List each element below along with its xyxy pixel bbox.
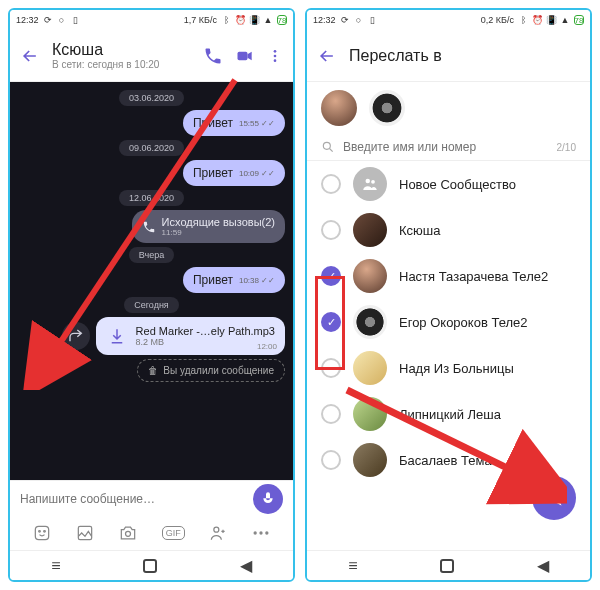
svg-rect-0 bbox=[238, 51, 248, 59]
svg-point-10 bbox=[254, 531, 257, 534]
date-chip: 09.06.2020 bbox=[119, 140, 184, 156]
date-chip: Вчера bbox=[129, 247, 174, 263]
chat-title[interactable]: Ксюша bbox=[52, 41, 191, 59]
battery-icon: 78 bbox=[574, 15, 584, 25]
message-bubble[interactable]: Привет15:55 ✓✓ bbox=[183, 110, 285, 136]
data-rate: 1,7 КБ/с bbox=[184, 15, 217, 25]
file-size: 8.2 MB bbox=[136, 337, 275, 347]
chip-avatar[interactable] bbox=[321, 90, 357, 126]
svg-point-15 bbox=[366, 179, 371, 184]
file-name: Red Marker -…ely Path.mp3 bbox=[136, 325, 275, 337]
radio-checked[interactable]: ✓ bbox=[321, 312, 341, 332]
list-item[interactable]: ✓ Егор Окороков Теле2 bbox=[307, 299, 590, 345]
svg-point-6 bbox=[43, 531, 45, 533]
row-label: Басалаев Тема bbox=[399, 453, 492, 468]
list-item[interactable]: Надя Из Больницы bbox=[307, 345, 590, 391]
svg-point-11 bbox=[260, 531, 263, 534]
forward-title: Переслать в bbox=[349, 47, 580, 65]
sim-icon: ▯ bbox=[368, 15, 378, 25]
send-button[interactable] bbox=[532, 476, 576, 520]
nav-home-icon[interactable] bbox=[143, 559, 157, 573]
chat-body[interactable]: 03.06.2020 Привет15:55 ✓✓ 09.06.2020 При… bbox=[10, 82, 293, 480]
chat-subtitle: В сети: сегодня в 10:20 bbox=[52, 59, 191, 70]
radio-unchecked[interactable] bbox=[321, 220, 341, 240]
forward-header: Переслать в bbox=[307, 30, 590, 82]
list-item[interactable]: ✓ Настя Тазарачева Теле2 bbox=[307, 253, 590, 299]
video-icon[interactable] bbox=[235, 46, 255, 66]
avatar bbox=[353, 213, 387, 247]
share-button[interactable] bbox=[62, 322, 90, 350]
alarm-icon: ⏰ bbox=[532, 15, 542, 25]
status-bar: 12:32 ⟳ ○ ▯ 0,2 КБ/с ᛒ ⏰ 📳 ▲ 78 bbox=[307, 10, 590, 30]
svg-point-14 bbox=[323, 142, 330, 149]
list-item[interactable]: Новое Сообщество bbox=[307, 161, 590, 207]
call-bubble[interactable]: Исходящие вызовы(2) 11:59 bbox=[132, 210, 285, 243]
mic-button[interactable] bbox=[253, 484, 283, 514]
list-item[interactable]: Липницкий Леша bbox=[307, 391, 590, 437]
attachments-toolbar: GIF bbox=[10, 516, 293, 550]
vibrate-icon: 📳 bbox=[249, 15, 259, 25]
more-icon[interactable] bbox=[267, 48, 283, 64]
sticker-icon[interactable] bbox=[32, 523, 52, 543]
camera-icon[interactable] bbox=[118, 523, 138, 543]
row-label: Липницкий Леша bbox=[399, 407, 501, 422]
avatar bbox=[353, 397, 387, 431]
date-chip: 12.06.2020 bbox=[119, 190, 184, 206]
data-rate: 0,2 КБ/с bbox=[481, 15, 514, 25]
nav-menu-icon[interactable]: ≡ bbox=[348, 557, 357, 575]
status-bar: 12:32 ⟳ ○ ▯ 1,7 КБ/с ᛒ ⏰ 📳 ▲ 78 bbox=[10, 10, 293, 30]
battery-icon: 78 bbox=[277, 15, 287, 25]
phone-chat: 12:32 ⟳ ○ ▯ 1,7 КБ/с ᛒ ⏰ 📳 ▲ 78 Ксюша В … bbox=[8, 8, 295, 582]
svg-rect-4 bbox=[35, 526, 48, 539]
sim-icon: ▯ bbox=[71, 15, 81, 25]
row-label: Ксюша bbox=[399, 223, 440, 238]
selection-counter: 2/10 bbox=[557, 142, 576, 153]
file-bubble[interactable]: Red Marker -…ely Path.mp3 8.2 MB 12:00 bbox=[96, 317, 285, 355]
gif-icon[interactable]: GIF bbox=[162, 526, 185, 540]
nav-menu-icon[interactable]: ≡ bbox=[51, 557, 60, 575]
radio-checked[interactable]: ✓ bbox=[321, 266, 341, 286]
more-attach-icon[interactable] bbox=[251, 523, 271, 543]
svg-point-9 bbox=[214, 527, 219, 532]
nav-home-icon[interactable] bbox=[440, 559, 454, 573]
status-time: 12:32 bbox=[313, 15, 336, 25]
chat-header: Ксюша В сети: сегодня в 10:20 bbox=[10, 30, 293, 82]
radio-unchecked[interactable] bbox=[321, 450, 341, 470]
svg-point-3 bbox=[274, 59, 277, 62]
chip-avatar[interactable] bbox=[369, 90, 405, 126]
search-input[interactable] bbox=[343, 140, 557, 154]
avatar bbox=[353, 443, 387, 477]
svg-point-12 bbox=[265, 531, 268, 534]
row-label: Настя Тазарачева Теле2 bbox=[399, 269, 548, 284]
avatar bbox=[353, 305, 387, 339]
message-bubble[interactable]: Привет10:09 ✓✓ bbox=[183, 160, 285, 186]
file-time: 12:00 bbox=[257, 342, 277, 351]
call-icon[interactable] bbox=[203, 46, 223, 66]
download-icon[interactable] bbox=[106, 325, 128, 347]
radio-unchecked[interactable] bbox=[321, 358, 341, 378]
search-row: 2/10 bbox=[307, 134, 590, 161]
list-item[interactable]: Ксюша bbox=[307, 207, 590, 253]
contact-plus-icon[interactable] bbox=[208, 523, 228, 543]
nav-back-icon[interactable]: ◀ bbox=[240, 556, 252, 575]
avatar bbox=[353, 351, 387, 385]
yandex-icon: ○ bbox=[57, 15, 67, 25]
date-chip: Сегодня bbox=[124, 297, 179, 313]
message-bubble[interactable]: Привет10:38 ✓✓ bbox=[183, 267, 285, 293]
row-label: Новое Сообщество bbox=[399, 177, 516, 192]
status-time: 12:32 bbox=[16, 15, 39, 25]
phone-forward: 12:32 ⟳ ○ ▯ 0,2 КБ/с ᛒ ⏰ 📳 ▲ 78 Переслат… bbox=[305, 8, 592, 582]
nav-back-icon[interactable]: ◀ bbox=[537, 556, 549, 575]
radio-unchecked[interactable] bbox=[321, 404, 341, 424]
svg-point-5 bbox=[38, 531, 40, 533]
back-icon[interactable] bbox=[20, 46, 40, 66]
composer bbox=[10, 480, 293, 516]
svg-point-8 bbox=[126, 531, 131, 536]
svg-point-1 bbox=[274, 50, 277, 53]
gallery-icon[interactable] bbox=[75, 523, 95, 543]
android-navbar: ≡ ◀ bbox=[307, 550, 590, 580]
radio-unchecked[interactable] bbox=[321, 174, 341, 194]
vibrate-icon: 📳 bbox=[546, 15, 556, 25]
back-icon[interactable] bbox=[317, 46, 337, 66]
message-input[interactable] bbox=[20, 492, 245, 506]
